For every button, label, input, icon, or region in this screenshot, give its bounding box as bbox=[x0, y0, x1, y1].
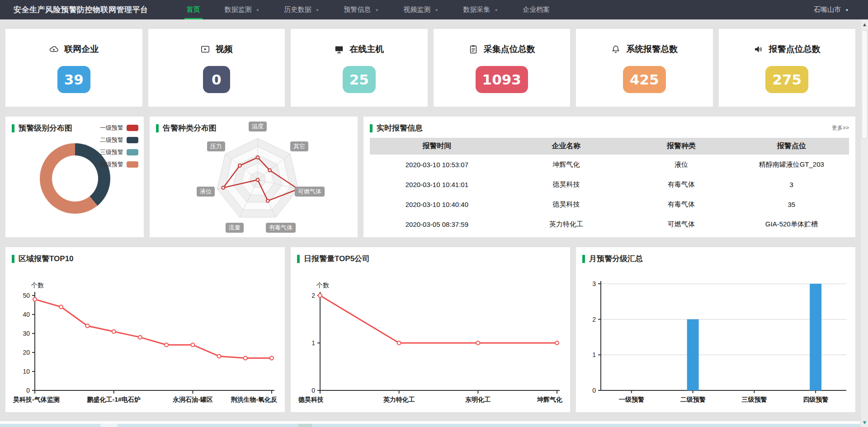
cloud-icon bbox=[49, 44, 59, 54]
scrollbar[interactable]: ▲ ▼ bbox=[860, 19, 868, 427]
nav-item-label: 首页 bbox=[187, 5, 200, 14]
svg-text:鹏盛化工-1#电石炉: 鹏盛化工-1#电石炉 bbox=[86, 396, 140, 403]
app-title: 安全生产风险预警防控物联网管理平台 bbox=[14, 5, 148, 15]
stat-value-badge: 0 bbox=[203, 66, 230, 93]
radar-axis-label: 其它 bbox=[290, 141, 308, 151]
table-cell: 2020-03-10 10:40:40 bbox=[370, 194, 504, 214]
region-top10-title: 区域报警TOP10 bbox=[19, 253, 74, 264]
svg-text:50: 50 bbox=[23, 292, 30, 299]
nav-item-label: 历史数据 bbox=[284, 5, 311, 14]
table-row: 2020-03-10 10:41:01德昊科技有毒气体3 bbox=[370, 174, 849, 194]
table-row: 2020-03-05 08:37:59英力特化工可燃气体GIA-520单体贮槽 bbox=[370, 214, 849, 234]
table-cell: 有毒气体 bbox=[628, 194, 734, 214]
section-title-marker bbox=[297, 255, 300, 263]
next-section-peek bbox=[0, 424, 860, 427]
chevron-down-icon: ▼ bbox=[845, 8, 849, 12]
svg-text:30: 30 bbox=[23, 330, 30, 337]
alarm-kind-radar-chart: 温度其它可燃气体有毒气体流量液位压力 bbox=[150, 117, 358, 237]
radar-axis-label: 有毒气体 bbox=[266, 223, 296, 233]
scroll-up-arrow-icon[interactable]: ▲ bbox=[861, 20, 868, 28]
dashboard: 联网企业39视频0在线主机25采集点位总数1093系统报警总数425报警点位总数… bbox=[0, 19, 860, 412]
section-title-marker bbox=[12, 124, 14, 132]
radar-axis-label: 压力 bbox=[207, 141, 225, 151]
scrollbar-thumb[interactable] bbox=[862, 30, 868, 139]
stat-card-title: 联网企业 bbox=[49, 43, 99, 55]
legend-label: 三级预警 bbox=[100, 148, 123, 156]
table-cell: 2020-03-10 10:41:01 bbox=[370, 174, 504, 194]
nav-item-video-monitoring[interactable]: 视频监测▼ bbox=[391, 0, 451, 19]
nav-item-data-collection[interactable]: 数据采集▼ bbox=[451, 0, 510, 19]
stat-card-label: 报警点位总数 bbox=[769, 43, 821, 55]
svg-text:昊科技-气体监测: 昊科技-气体监测 bbox=[13, 396, 60, 403]
svg-text:0: 0 bbox=[592, 387, 596, 394]
stat-card-label: 采集点位总数 bbox=[484, 43, 535, 55]
clipboard-icon bbox=[468, 44, 478, 54]
svg-text:四级预警: 四级预警 bbox=[803, 396, 828, 403]
legend-item[interactable]: 二级预警 bbox=[100, 136, 138, 144]
nav-item-enterprise-archives[interactable]: 企业档案 bbox=[510, 0, 562, 19]
svg-text:10: 10 bbox=[23, 368, 30, 375]
chevron-down-icon: ▼ bbox=[315, 8, 319, 12]
radar-axis-label: 液位 bbox=[197, 187, 215, 197]
legend-item[interactable]: 三级预警 bbox=[100, 148, 138, 156]
stat-card-label: 视频 bbox=[216, 43, 233, 55]
nav-item-history-data[interactable]: 历史数据▼ bbox=[272, 0, 331, 19]
table-header: 报警时间企业名称报警种类报警点位 bbox=[370, 138, 849, 155]
section-title-marker bbox=[582, 255, 585, 263]
monthly-levels-title: 月预警分级汇总 bbox=[589, 253, 643, 264]
svg-text:1: 1 bbox=[311, 339, 315, 347]
legend-item[interactable]: 一级预警 bbox=[100, 124, 138, 132]
stat-card-connected-enterprises: 联网企业39 bbox=[5, 29, 142, 107]
legend-swatch bbox=[127, 149, 138, 155]
table-cell: 德昊科技 bbox=[504, 174, 629, 194]
legend-label: 二级预警 bbox=[100, 136, 123, 144]
legend-label: 四级预警 bbox=[100, 160, 123, 169]
legend-item[interactable]: 四级预警 bbox=[100, 160, 138, 169]
daily-top5-title: 日报警量TOP5公司 bbox=[304, 253, 370, 264]
scroll-down-arrow-icon[interactable]: ▼ bbox=[861, 418, 868, 426]
table-row: 2020-03-10 10:40:40德昊科技有毒气体35 bbox=[370, 194, 849, 214]
table-column-header: 报警种类 bbox=[628, 138, 734, 155]
table-cell: GIA-520单体贮槽 bbox=[734, 214, 849, 234]
nav-item-warning-info[interactable]: 预警信息▼ bbox=[331, 0, 391, 19]
chevron-down-icon: ▼ bbox=[494, 8, 498, 12]
table-cell: 2020-03-10 10:53:07 bbox=[370, 155, 504, 174]
svg-text:一级预警: 一级预警 bbox=[618, 396, 644, 403]
chevron-down-icon: ▼ bbox=[375, 8, 379, 12]
stat-card-label: 在线主机 bbox=[349, 43, 384, 55]
monthly-levels-card: 月预警分级汇总 0123一级预警二级预警三级预警四级预警 bbox=[576, 247, 855, 412]
table-cell: 2020-03-05 08:37:59 bbox=[370, 214, 504, 234]
svg-text:个数: 个数 bbox=[31, 282, 44, 289]
daily-top5-card: 日报警量TOP5公司 个数012德昊科技英力特化工东明化工坤辉气化 bbox=[291, 247, 570, 412]
bell-icon bbox=[611, 44, 621, 54]
legend-label: 一级预警 bbox=[100, 124, 123, 132]
table-column-header: 报警时间 bbox=[370, 138, 504, 155]
stat-card-title: 系统报警总数 bbox=[611, 43, 678, 55]
stat-card-title: 报警点位总数 bbox=[754, 43, 821, 55]
svg-text:20: 20 bbox=[23, 349, 30, 356]
stat-card-label: 联网企业 bbox=[64, 43, 99, 55]
table-cell: 液位 bbox=[628, 155, 734, 174]
stat-card-collection-points: 采集点位总数1093 bbox=[434, 29, 571, 107]
radar-axis-label: 可燃气体 bbox=[295, 187, 325, 197]
nav-item-data-monitoring[interactable]: 数据监测▼ bbox=[212, 0, 272, 19]
stat-value-badge: 275 bbox=[765, 66, 808, 93]
svg-text:荆洪生物-氧化反: 荆洪生物-氧化反 bbox=[230, 396, 278, 404]
realtime-alarm-table: 报警时间企业名称报警种类报警点位 2020-03-10 10:53:07坤辉气化… bbox=[370, 138, 849, 234]
speaker-icon bbox=[754, 44, 764, 54]
svg-text:个数: 个数 bbox=[316, 282, 329, 289]
stat-card-title: 在线主机 bbox=[334, 43, 384, 55]
section-title-marker bbox=[12, 255, 14, 263]
stat-card-title: 采集点位总数 bbox=[468, 43, 535, 55]
legend-swatch bbox=[127, 137, 138, 143]
legend-swatch bbox=[127, 125, 138, 131]
nav-item-label: 数据采集 bbox=[463, 5, 490, 14]
region-selector[interactable]: 石嘴山市 ▼ bbox=[814, 0, 849, 19]
stat-cards-row: 联网企业39视频0在线主机25采集点位总数1093系统报警总数425报警点位总数… bbox=[5, 29, 855, 107]
realtime-alarm-card: 实时报警信息 更多>> 报警时间企业名称报警种类报警点位 2020-03-10 … bbox=[363, 117, 855, 237]
svg-text:2: 2 bbox=[592, 316, 596, 323]
more-link[interactable]: 更多>> bbox=[832, 124, 849, 132]
nav-item-home[interactable]: 首页 bbox=[175, 0, 212, 19]
nav-item-label: 数据监测 bbox=[225, 5, 252, 14]
stat-value-badge: 25 bbox=[343, 66, 376, 93]
